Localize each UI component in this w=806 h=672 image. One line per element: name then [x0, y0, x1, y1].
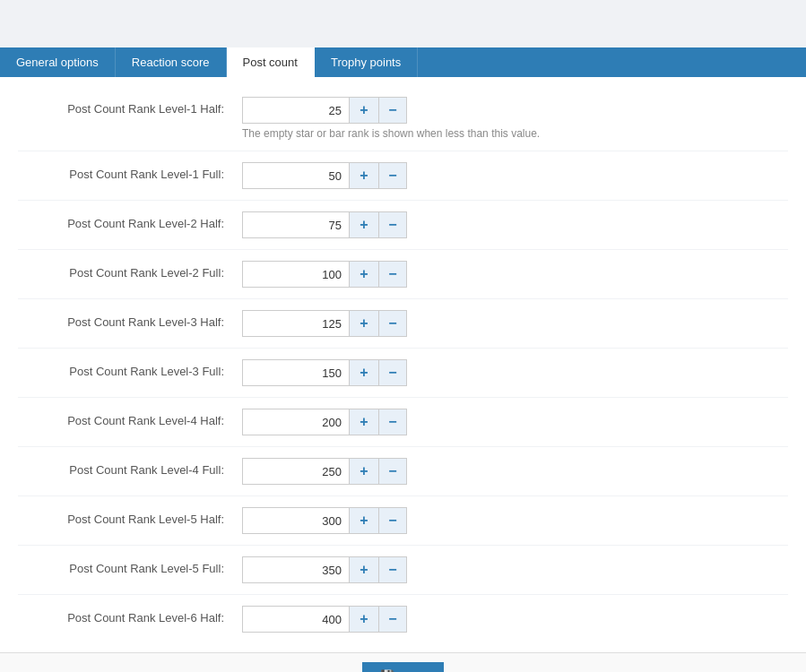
form-row-level5half: Post Count Rank Level-5 Half:+−	[18, 496, 788, 546]
control-wrap-level1half: +−The empty star or bar rank is shown wh…	[242, 97, 540, 140]
increment-btn-level1half[interactable]: +	[350, 97, 378, 124]
label-level3full: Post Count Rank Level-3 Full:	[18, 359, 242, 378]
hint-text-level1half: The empty star or bar rank is shown when…	[242, 127, 540, 140]
input-level6half[interactable]	[242, 606, 350, 633]
form-row-level1full: Post Count Rank Level-1 Full:+−	[18, 151, 788, 201]
input-group-level5half: +−	[242, 507, 407, 534]
control-wrap-level2full: +−	[242, 261, 407, 288]
decrement-btn-level1full[interactable]: −	[378, 162, 407, 189]
form-rows: Post Count Rank Level-1 Half:+−The empty…	[0, 77, 806, 652]
tab-trophy[interactable]: Trophy points	[315, 47, 418, 77]
control-wrap-level6half: +−	[242, 606, 407, 633]
label-level1half: Post Count Rank Level-1 Half:	[18, 97, 242, 116]
input-level1half[interactable]	[242, 97, 350, 124]
increment-btn-level5full[interactable]: +	[350, 556, 378, 583]
form-row-level2half: Post Count Rank Level-2 Half:+−	[18, 201, 788, 250]
input-group-level4half: +−	[242, 409, 407, 435]
input-group-level2full: +−	[242, 261, 407, 288]
form-row-level4half: Post Count Rank Level-4 Half:+−	[18, 398, 788, 447]
increment-btn-level1full[interactable]: +	[350, 162, 378, 189]
control-wrap-level1full: +−	[242, 162, 407, 189]
footer-bar: 💾Save	[0, 652, 806, 672]
input-group-level3half: +−	[242, 310, 407, 337]
input-level1full[interactable]	[242, 162, 350, 189]
save-button[interactable]: 💾Save	[362, 662, 445, 672]
decrement-btn-level2half[interactable]: −	[378, 211, 407, 238]
control-wrap-level2half: +−	[242, 211, 407, 238]
label-level1full: Post Count Rank Level-1 Full:	[18, 162, 242, 181]
form-row-level4full: Post Count Rank Level-4 Full:+−	[18, 447, 788, 496]
label-level3half: Post Count Rank Level-3 Half:	[18, 310, 242, 329]
label-level4full: Post Count Rank Level-4 Full:	[18, 458, 242, 477]
label-level2full: Post Count Rank Level-2 Full:	[18, 261, 242, 280]
decrement-btn-level4full[interactable]: −	[378, 458, 407, 485]
input-group-level4full: +−	[242, 458, 407, 485]
input-group-level1half: +−	[242, 97, 540, 124]
label-level5full: Post Count Rank Level-5 Full:	[18, 556, 242, 575]
tab-general[interactable]: General options	[0, 47, 116, 77]
input-group-level6half: +−	[242, 606, 407, 633]
tab-postcount[interactable]: Post count	[227, 47, 315, 77]
input-group-level1full: +−	[242, 162, 407, 189]
decrement-btn-level4half[interactable]: −	[378, 409, 407, 435]
label-level6half: Post Count Rank Level-6 Half:	[18, 606, 242, 625]
form-row-level3full: Post Count Rank Level-3 Full:+−	[18, 349, 788, 398]
decrement-btn-level6half[interactable]: −	[378, 606, 407, 633]
decrement-btn-level2full[interactable]: −	[378, 261, 407, 288]
control-wrap-level4half: +−	[242, 409, 407, 435]
form-row-level5full: Post Count Rank Level-5 Full:+−	[18, 546, 788, 595]
form-row-level6half: Post Count Rank Level-6 Half:+−	[18, 595, 788, 643]
input-level2half[interactable]	[242, 211, 350, 238]
page-header	[0, 27, 806, 40]
input-group-level2half: +−	[242, 211, 407, 238]
label-level2half: Post Count Rank Level-2 Half:	[18, 211, 242, 230]
control-wrap-level5full: +−	[242, 556, 407, 583]
increment-btn-level3full[interactable]: +	[350, 359, 378, 386]
input-level3full[interactable]	[242, 359, 350, 386]
form-row-level3half: Post Count Rank Level-3 Half:+−	[18, 299, 788, 349]
label-level4half: Post Count Rank Level-4 Half:	[18, 409, 242, 427]
decrement-btn-level5half[interactable]: −	[378, 507, 407, 534]
form-row-level2full: Post Count Rank Level-2 Full:+−	[18, 250, 788, 299]
decrement-btn-level5full[interactable]: −	[378, 556, 407, 583]
input-level5full[interactable]	[242, 556, 350, 583]
increment-btn-level6half[interactable]: +	[350, 606, 378, 633]
increment-btn-level2half[interactable]: +	[350, 211, 378, 238]
tab-bar: General optionsReaction scorePost countT…	[0, 47, 806, 77]
decrement-btn-level3half[interactable]: −	[378, 310, 407, 337]
decrement-btn-level1half[interactable]: −	[378, 97, 407, 124]
control-wrap-level5half: +−	[242, 507, 407, 534]
input-level3half[interactable]	[242, 310, 350, 337]
input-group-level3full: +−	[242, 359, 407, 386]
control-wrap-level4full: +−	[242, 458, 407, 485]
input-level5half[interactable]	[242, 507, 350, 534]
increment-btn-level3half[interactable]: +	[350, 310, 378, 337]
increment-btn-level5half[interactable]: +	[350, 507, 378, 534]
decrement-btn-level3full[interactable]: −	[378, 359, 407, 386]
input-level4half[interactable]	[242, 409, 350, 435]
content-area: Post Count Rank Level-1 Half:+−The empty…	[0, 77, 806, 672]
input-group-level5full: +−	[242, 556, 407, 583]
increment-btn-level2full[interactable]: +	[350, 261, 378, 288]
tab-reaction[interactable]: Reaction score	[116, 47, 227, 77]
input-level2full[interactable]	[242, 261, 350, 288]
increment-btn-level4half[interactable]: +	[350, 409, 378, 435]
control-wrap-level3full: +−	[242, 359, 407, 386]
label-level5half: Post Count Rank Level-5 Half:	[18, 507, 242, 526]
control-wrap-level3half: +−	[242, 310, 407, 337]
form-row-level1half: Post Count Rank Level-1 Half:+−The empty…	[18, 86, 788, 151]
increment-btn-level4full[interactable]: +	[350, 458, 378, 485]
input-level4full[interactable]	[242, 458, 350, 485]
breadcrumb	[0, 0, 806, 27]
